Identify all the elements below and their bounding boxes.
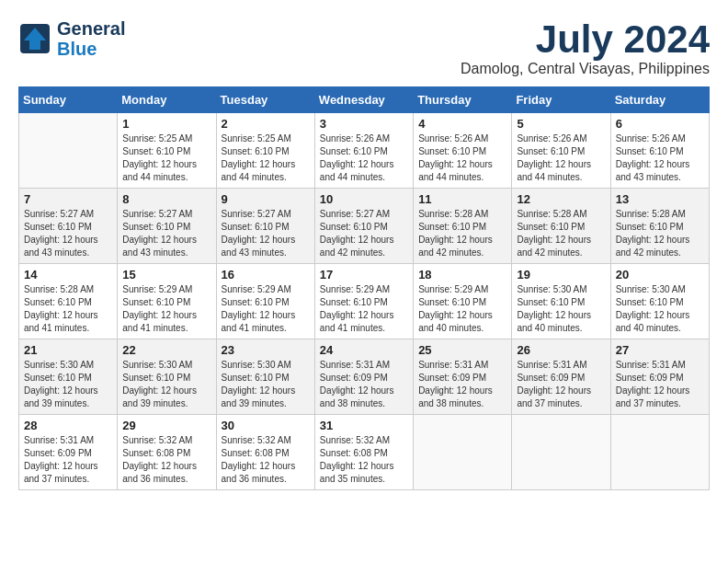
calendar-week-row: 14Sunrise: 5:28 AM Sunset: 6:10 PM Dayli…	[19, 264, 710, 339]
calendar-cell: 27Sunrise: 5:31 AM Sunset: 6:09 PM Dayli…	[610, 339, 709, 415]
day-info: Sunrise: 5:28 AM Sunset: 6:10 PM Dayligh…	[616, 208, 704, 259]
day-info: Sunrise: 5:30 AM Sunset: 6:10 PM Dayligh…	[122, 359, 210, 410]
day-number: 27	[616, 343, 704, 357]
calendar-cell: 25Sunrise: 5:31 AM Sunset: 6:09 PM Dayli…	[414, 339, 512, 415]
day-info: Sunrise: 5:31 AM Sunset: 6:09 PM Dayligh…	[24, 434, 112, 486]
day-number: 16	[222, 268, 310, 282]
day-info: Sunrise: 5:25 AM Sunset: 6:10 PM Dayligh…	[122, 132, 210, 184]
calendar-cell: 1Sunrise: 5:25 AM Sunset: 6:10 PM Daylig…	[118, 113, 216, 189]
calendar-cell: 28Sunrise: 5:31 AM Sunset: 6:09 PM Dayli…	[19, 415, 118, 490]
calendar-cell: 29Sunrise: 5:32 AM Sunset: 6:08 PM Dayli…	[118, 415, 216, 490]
calendar-cell: 5Sunrise: 5:26 AM Sunset: 6:10 PM Daylig…	[512, 113, 610, 189]
day-number: 31	[320, 419, 408, 432]
day-number: 8	[122, 192, 210, 206]
day-info: Sunrise: 5:32 AM Sunset: 6:08 PM Dayligh…	[122, 434, 210, 486]
calendar-week-row: 7Sunrise: 5:27 AM Sunset: 6:10 PM Daylig…	[19, 189, 710, 264]
day-info: Sunrise: 5:32 AM Sunset: 6:08 PM Dayligh…	[222, 434, 310, 486]
calendar-cell: 26Sunrise: 5:31 AM Sunset: 6:09 PM Dayli…	[512, 339, 610, 415]
calendar-cell: 6Sunrise: 5:26 AM Sunset: 6:10 PM Daylig…	[610, 113, 709, 189]
calendar-cell: 14Sunrise: 5:28 AM Sunset: 6:10 PM Dayli…	[19, 264, 118, 339]
day-number: 3	[320, 117, 408, 131]
day-info: Sunrise: 5:30 AM Sunset: 6:10 PM Dayligh…	[24, 359, 112, 410]
day-number: 11	[418, 192, 506, 206]
logo-blue: Blue	[57, 39, 97, 59]
calendar-cell: 16Sunrise: 5:29 AM Sunset: 6:10 PM Dayli…	[216, 264, 314, 339]
calendar-cell: 13Sunrise: 5:28 AM Sunset: 6:10 PM Dayli…	[610, 189, 709, 264]
day-number: 15	[122, 268, 210, 282]
day-info: Sunrise: 5:31 AM Sunset: 6:09 PM Dayligh…	[418, 359, 506, 410]
day-number: 5	[517, 117, 605, 131]
calendar-cell: 12Sunrise: 5:28 AM Sunset: 6:10 PM Dayli…	[512, 189, 610, 264]
calendar-cell: 31Sunrise: 5:32 AM Sunset: 6:08 PM Dayli…	[314, 415, 413, 490]
day-number: 18	[418, 268, 506, 282]
calendar-cell: 9Sunrise: 5:27 AM Sunset: 6:10 PM Daylig…	[216, 189, 314, 264]
calendar-cell: 8Sunrise: 5:27 AM Sunset: 6:10 PM Daylig…	[118, 189, 216, 264]
day-info: Sunrise: 5:29 AM Sunset: 6:10 PM Dayligh…	[122, 283, 210, 335]
day-info: Sunrise: 5:26 AM Sunset: 6:10 PM Dayligh…	[616, 132, 704, 184]
day-info: Sunrise: 5:29 AM Sunset: 6:10 PM Dayligh…	[222, 283, 310, 335]
day-info: Sunrise: 5:28 AM Sunset: 6:10 PM Dayligh…	[418, 208, 506, 259]
calendar-cell: 11Sunrise: 5:28 AM Sunset: 6:10 PM Dayli…	[414, 189, 512, 264]
day-info: Sunrise: 5:27 AM Sunset: 6:10 PM Dayligh…	[24, 208, 112, 259]
day-number: 20	[616, 268, 704, 282]
calendar-week-row: 21Sunrise: 5:30 AM Sunset: 6:10 PM Dayli…	[19, 339, 710, 415]
calendar-cell	[414, 415, 512, 490]
day-number: 4	[418, 117, 506, 131]
calendar-cell: 4Sunrise: 5:26 AM Sunset: 6:10 PM Daylig…	[414, 113, 512, 189]
column-header-sunday: Sunday	[19, 87, 118, 113]
day-number: 2	[222, 117, 310, 131]
calendar-cell: 19Sunrise: 5:30 AM Sunset: 6:10 PM Dayli…	[512, 264, 610, 339]
day-info: Sunrise: 5:26 AM Sunset: 6:10 PM Dayligh…	[320, 132, 408, 184]
day-number: 14	[24, 268, 112, 282]
day-number: 6	[616, 117, 704, 131]
calendar-cell: 7Sunrise: 5:27 AM Sunset: 6:10 PM Daylig…	[19, 189, 118, 264]
column-header-thursday: Thursday	[414, 87, 512, 113]
day-number: 10	[320, 192, 408, 206]
day-number: 12	[517, 192, 605, 206]
calendar-cell: 30Sunrise: 5:32 AM Sunset: 6:08 PM Dayli…	[216, 415, 314, 490]
day-number: 7	[24, 192, 112, 206]
day-number: 17	[320, 268, 408, 282]
day-number: 24	[320, 343, 408, 357]
day-number: 22	[122, 343, 210, 357]
day-number: 1	[122, 117, 210, 131]
day-number: 23	[222, 343, 310, 357]
calendar-cell: 10Sunrise: 5:27 AM Sunset: 6:10 PM Dayli…	[314, 189, 413, 264]
day-info: Sunrise: 5:27 AM Sunset: 6:10 PM Dayligh…	[122, 208, 210, 259]
day-info: Sunrise: 5:31 AM Sunset: 6:09 PM Dayligh…	[616, 359, 704, 410]
day-info: Sunrise: 5:32 AM Sunset: 6:08 PM Dayligh…	[320, 434, 408, 486]
day-info: Sunrise: 5:25 AM Sunset: 6:10 PM Dayligh…	[222, 132, 310, 184]
column-header-friday: Friday	[512, 87, 610, 113]
day-info: Sunrise: 5:31 AM Sunset: 6:09 PM Dayligh…	[320, 359, 408, 410]
calendar-cell: 15Sunrise: 5:29 AM Sunset: 6:10 PM Dayli…	[118, 264, 216, 339]
logo-icon	[18, 22, 51, 55]
calendar-cell: 3Sunrise: 5:26 AM Sunset: 6:10 PM Daylig…	[314, 113, 413, 189]
day-number: 9	[222, 192, 310, 206]
column-header-wednesday: Wednesday	[314, 87, 413, 113]
day-number: 25	[418, 343, 506, 357]
day-info: Sunrise: 5:29 AM Sunset: 6:10 PM Dayligh…	[418, 283, 506, 335]
column-header-tuesday: Tuesday	[216, 87, 314, 113]
day-number: 26	[517, 343, 605, 357]
calendar-cell: 22Sunrise: 5:30 AM Sunset: 6:10 PM Dayli…	[118, 339, 216, 415]
day-info: Sunrise: 5:28 AM Sunset: 6:10 PM Dayligh…	[517, 208, 605, 259]
day-info: Sunrise: 5:27 AM Sunset: 6:10 PM Dayligh…	[222, 208, 310, 259]
calendar-header-row: SundayMondayTuesdayWednesdayThursdayFrid…	[19, 87, 710, 113]
calendar-cell	[19, 113, 118, 189]
column-header-saturday: Saturday	[610, 87, 709, 113]
day-info: Sunrise: 5:26 AM Sunset: 6:10 PM Dayligh…	[517, 132, 605, 184]
day-number: 19	[517, 268, 605, 282]
title-section: July 2024 Damolog, Central Visayas, Phil…	[461, 18, 710, 77]
day-info: Sunrise: 5:29 AM Sunset: 6:10 PM Dayligh…	[320, 283, 408, 335]
location-title: Damolog, Central Visayas, Philippines	[461, 61, 710, 77]
calendar-week-row: 1Sunrise: 5:25 AM Sunset: 6:10 PM Daylig…	[19, 113, 710, 189]
calendar-cell: 17Sunrise: 5:29 AM Sunset: 6:10 PM Dayli…	[314, 264, 413, 339]
day-info: Sunrise: 5:26 AM Sunset: 6:10 PM Dayligh…	[418, 132, 506, 184]
month-title: July 2024	[461, 18, 710, 61]
calendar-week-row: 28Sunrise: 5:31 AM Sunset: 6:09 PM Dayli…	[19, 415, 710, 490]
day-number: 30	[222, 419, 310, 432]
calendar-cell: 18Sunrise: 5:29 AM Sunset: 6:10 PM Dayli…	[414, 264, 512, 339]
day-info: Sunrise: 5:31 AM Sunset: 6:09 PM Dayligh…	[517, 359, 605, 410]
day-number: 13	[616, 192, 704, 206]
page-header: General Blue July 2024 Damolog, Central …	[18, 18, 710, 77]
